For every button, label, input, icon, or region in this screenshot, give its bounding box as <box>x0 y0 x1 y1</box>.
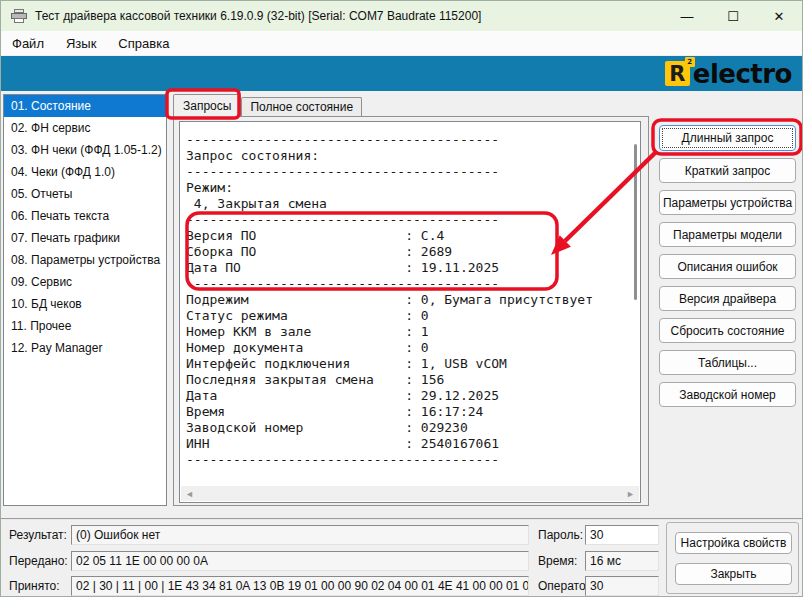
close-icon[interactable]: ✕ <box>756 1 802 31</box>
sidebar-item[interactable]: 12. Pay Manager <box>4 337 166 359</box>
action-button[interactable]: Краткий запрос <box>659 158 796 183</box>
action-button[interactable]: Описания ошибок <box>659 254 796 279</box>
sidebar-item[interactable]: 02. ФН сервис <box>4 117 166 139</box>
sidebar-item[interactable]: 03. ФН чеки (ФФД 1.05-1.2) <box>4 139 166 161</box>
window-title: Тест драйвера кассовой техники 6.19.0.9 … <box>35 9 481 23</box>
menu-bar: Файл Язык Справка <box>1 31 802 56</box>
menu-item[interactable]: Язык <box>55 31 107 55</box>
status-report-text: ----------------------------------------… <box>180 122 640 468</box>
maximize-icon[interactable]: ☐ <box>710 1 756 31</box>
sidebar-item[interactable]: 07. Печать графики <box>4 227 166 249</box>
sidebar-item[interactable]: 01. Состояние <box>4 95 166 117</box>
settings-button[interactable]: Настройка свойств <box>675 532 792 554</box>
result-label: Результат: <box>9 528 67 542</box>
time-field: 16 мс <box>585 551 659 571</box>
section-list: 01. Состояние 02. ФН сервис 03. ФН чеки … <box>3 94 167 506</box>
bottom-panel: Результат: (0) Ошибок нет Передано: 02 0… <box>1 519 803 597</box>
sent-label: Передано: <box>9 554 68 568</box>
action-button[interactable]: Заводской номер <box>659 382 796 407</box>
action-button[interactable]: Версия драйвера <box>659 286 796 311</box>
action-button[interactable]: Длинный запрос <box>659 125 796 151</box>
brand-banner: R 2 electro <box>1 56 802 91</box>
sidebar-item[interactable]: 10. БД чеков <box>4 293 166 315</box>
main-area: 01. Состояние 02. ФН сервис 03. ФН чеки … <box>1 91 803 519</box>
logo-r-icon: R 2 <box>665 61 690 86</box>
scroll-right-icon[interactable]: ► <box>622 489 639 499</box>
scroll-left-icon[interactable]: ◄ <box>181 489 198 499</box>
properties-group: Настройка свойств Закрыть <box>666 522 799 594</box>
tab-strip: Запросы Полное состояние <box>173 94 362 117</box>
password-label: Пароль: <box>538 528 583 542</box>
password-input[interactable]: 30 <box>585 525 659 545</box>
received-label: Принято: <box>9 579 60 593</box>
relectro-logo: R 2 electro <box>665 60 792 87</box>
close-button[interactable]: Закрыть <box>675 563 792 585</box>
app-window: Тест драйвера кассовой техники 6.19.0.9 … <box>0 0 803 597</box>
vertical-scrollbar[interactable] <box>634 144 637 300</box>
result-field: (0) Ошибок нет <box>71 525 529 545</box>
sent-field: 02 05 11 1E 00 00 00 0A <box>71 551 529 571</box>
sidebar-item[interactable]: 08. Параметры устройства <box>4 249 166 271</box>
action-button[interactable]: Параметры модели <box>659 222 796 247</box>
sidebar-item[interactable]: 04. Чеки (ФФД 1.0) <box>4 161 166 183</box>
action-button[interactable]: Сбросить состояние <box>659 318 796 343</box>
logo-sup-icon: 2 <box>685 57 695 67</box>
action-button-column: Длинный запрос Краткий запрос Параметры … <box>659 125 796 407</box>
time-label: Время: <box>538 554 577 568</box>
title-bar: Тест драйвера кассовой техники 6.19.0.9 … <box>1 1 802 31</box>
received-field: 02 | 30 | 11 | 00 | 1E 43 34 81 0A 13 0B… <box>71 576 529 596</box>
printer-icon <box>11 9 27 23</box>
action-button[interactable]: Параметры устройства <box>659 190 796 215</box>
sidebar-item[interactable]: 05. Отчеты <box>4 183 166 205</box>
sidebar-item[interactable]: 11. Прочее <box>4 315 166 337</box>
sidebar-item[interactable]: 06. Печать текста <box>4 205 166 227</box>
sidebar-item[interactable]: 09. Сервис <box>4 271 166 293</box>
tab[interactable]: Запросы <box>173 94 241 117</box>
action-button[interactable]: Таблицы... <box>659 350 796 375</box>
logo-text: electro <box>693 59 792 89</box>
horizontal-scrollbar[interactable]: ◄ ► <box>181 486 639 501</box>
status-report-area[interactable]: ----------------------------------------… <box>179 121 641 503</box>
tab[interactable]: Полное состояние <box>241 97 362 117</box>
menu-item[interactable]: Справка <box>107 31 180 55</box>
operator-field: 30 <box>585 576 659 596</box>
minimize-icon[interactable]: — <box>664 1 710 31</box>
menu-item[interactable]: Файл <box>1 31 55 55</box>
